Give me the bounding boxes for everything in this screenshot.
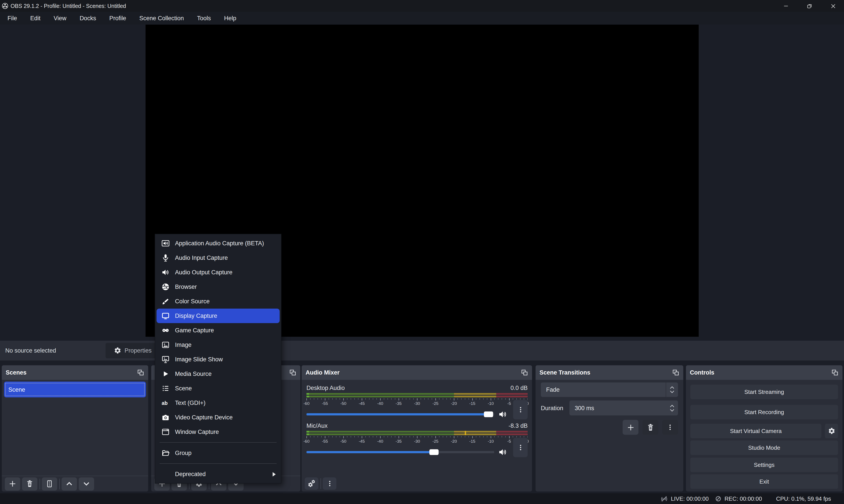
scenes-panel-header: Scenes — [2, 365, 148, 380]
menu-separator — [160, 463, 276, 464]
live-time: LIVE: 00:00:00 — [671, 496, 708, 502]
controls-panel-title: Controls — [690, 369, 714, 376]
transition-buttons — [623, 420, 678, 435]
menu-file[interactable]: File — [1, 12, 24, 24]
mixer-options-button[interactable] — [323, 478, 336, 490]
channel-options-button[interactable] — [513, 400, 528, 419]
text-icon — [161, 398, 170, 407]
audio-output-capture-icon — [161, 268, 170, 276]
restore-button[interactable] — [802, 0, 817, 12]
mixer-footer — [305, 478, 338, 490]
add-source-menu: Application Audio Capture (BETA) Audio I… — [155, 234, 282, 484]
menu-profile[interactable]: Profile — [103, 12, 133, 24]
meter-tick-labels: -60-55-50-45-40-35-30-25-20-15-10-50 — [306, 439, 528, 444]
game-capture-icon — [161, 326, 170, 335]
exit-button[interactable]: Exit — [690, 474, 838, 489]
browser-icon — [161, 283, 170, 291]
audio-mixer-panel: Audio Mixer Desktop Audio 0.0 dB -60-55-… — [302, 365, 532, 491]
menu-item-application-audio-capture[interactable]: Application Audio Capture (BETA) — [155, 236, 281, 251]
image-slideshow-icon — [161, 355, 170, 363]
start-virtual-camera-button[interactable]: Start Virtual Camera — [690, 424, 821, 438]
scenes-toolbar — [2, 476, 148, 491]
popout-icon[interactable] — [289, 369, 297, 376]
menu-edit[interactable]: Edit — [24, 12, 47, 24]
popout-icon[interactable] — [831, 369, 839, 376]
move-scene-up-button[interactable] — [61, 477, 77, 490]
duration-row: Duration 300 ms — [541, 400, 678, 415]
menu-tools[interactable]: Tools — [191, 12, 217, 24]
controls-panel: Controls Start Streaming Start Recording… — [686, 365, 842, 491]
menu-item-color-source[interactable]: Color Source — [155, 294, 281, 309]
menu-view[interactable]: View — [47, 12, 73, 24]
meter-tick-labels: -60-55-50-45-40-35-30-25-20-15-10-50 — [306, 401, 528, 406]
start-recording-button[interactable]: Start Recording — [690, 405, 838, 419]
menu-item-video-capture-device[interactable]: Video Capture Device — [155, 410, 281, 425]
mixer-channel-desktop-audio: Desktop Audio 0.0 dB -60-55-50-45-40-35-… — [306, 383, 528, 406]
duration-value: 300 ms — [575, 404, 666, 411]
volume-slider-handle[interactable] — [430, 449, 439, 455]
menu-scene-collection[interactable]: Scene Collection — [133, 12, 191, 24]
audio-mixer-header: Audio Mixer — [302, 365, 532, 380]
studio-mode-button[interactable]: Studio Mode — [690, 440, 838, 455]
volume-slider-handle[interactable] — [484, 411, 493, 417]
media-source-icon — [161, 370, 170, 378]
menu-item-image-slide-show[interactable]: Image Slide Show — [155, 352, 281, 367]
display-capture-icon — [161, 312, 170, 320]
scene-list-item[interactable]: Scene — [4, 382, 146, 397]
menu-item-display-capture[interactable]: Display Capture — [157, 309, 280, 323]
popout-icon[interactable] — [672, 369, 679, 376]
menu-docks[interactable]: Docks — [73, 12, 103, 24]
rec-indicator-icon — [715, 496, 721, 502]
window-capture-icon — [161, 428, 170, 436]
scene-transitions-header: Scene Transitions — [536, 365, 683, 380]
menu-help[interactable]: Help — [217, 12, 243, 24]
duration-spinbox[interactable]: 300 ms — [570, 400, 678, 415]
submenu-arrow-icon — [273, 472, 276, 476]
menu-item-scene[interactable]: Scene — [155, 381, 281, 396]
channel-name: Mic/Aux — [306, 422, 327, 429]
add-scene-button[interactable] — [5, 477, 20, 490]
menu-item-audio-output-capture[interactable]: Audio Output Capture — [155, 265, 281, 280]
obs-main-window: OBS 29.1.2 - Profile: Untitled - Scenes:… — [0, 0, 844, 504]
remove-transition-button[interactable] — [642, 420, 658, 435]
transition-select-spinner[interactable] — [666, 382, 678, 397]
minimize-button[interactable] — [778, 0, 793, 12]
mixer-channel-mic-aux: Mic/Aux -8.3 dB -60-55-50-45-40-35-30-25… — [306, 421, 528, 444]
remove-scene-button[interactable] — [22, 477, 37, 490]
transition-select[interactable]: Fade — [541, 382, 678, 397]
scene-filters-button[interactable] — [42, 477, 57, 490]
transition-options-button[interactable] — [662, 420, 678, 435]
popout-icon[interactable] — [137, 369, 144, 376]
menu-item-text-gdi[interactable]: Text (GDI+) — [155, 396, 281, 410]
toolbar-divider — [321, 478, 321, 489]
menu-item-browser[interactable]: Browser — [155, 280, 281, 294]
properties-button[interactable]: Properties — [106, 343, 160, 358]
scenes-panel-title: Scenes — [6, 369, 26, 376]
menu-item-deprecated[interactable]: Deprecated — [155, 467, 281, 481]
menu-item-audio-input-capture[interactable]: Audio Input Capture — [155, 251, 281, 265]
mute-toggle-icon[interactable] — [498, 447, 507, 456]
window-title: OBS 29.1.2 - Profile: Untitled - Scenes:… — [11, 3, 126, 9]
advanced-audio-button[interactable] — [305, 478, 318, 490]
start-streaming-button[interactable]: Start Streaming — [690, 385, 838, 399]
scenes-panel: Scenes Scene — [2, 365, 148, 491]
duration-spinner[interactable] — [666, 400, 678, 415]
channel-options-button[interactable] — [513, 438, 528, 457]
menu-item-group[interactable]: Group — [155, 446, 281, 460]
add-transition-button[interactable] — [623, 420, 639, 435]
obs-logo-icon — [2, 3, 8, 9]
mute-toggle-icon[interactable] — [498, 410, 507, 419]
volume-slider[interactable] — [306, 413, 494, 415]
volume-slider[interactable] — [306, 451, 494, 453]
color-source-icon — [161, 297, 170, 306]
menu-item-image[interactable]: Image — [155, 338, 281, 352]
close-button[interactable] — [826, 0, 841, 12]
virtual-camera-settings-button[interactable] — [825, 424, 838, 438]
menu-item-media-source[interactable]: Media Source — [155, 367, 281, 381]
move-scene-down-button[interactable] — [79, 477, 94, 490]
menu-item-game-capture[interactable]: Game Capture — [155, 323, 281, 338]
menu-item-window-capture[interactable]: Window Capture — [155, 425, 281, 439]
volume-meter — [306, 393, 528, 397]
settings-button[interactable]: Settings — [690, 457, 838, 472]
popout-icon[interactable] — [521, 369, 528, 376]
